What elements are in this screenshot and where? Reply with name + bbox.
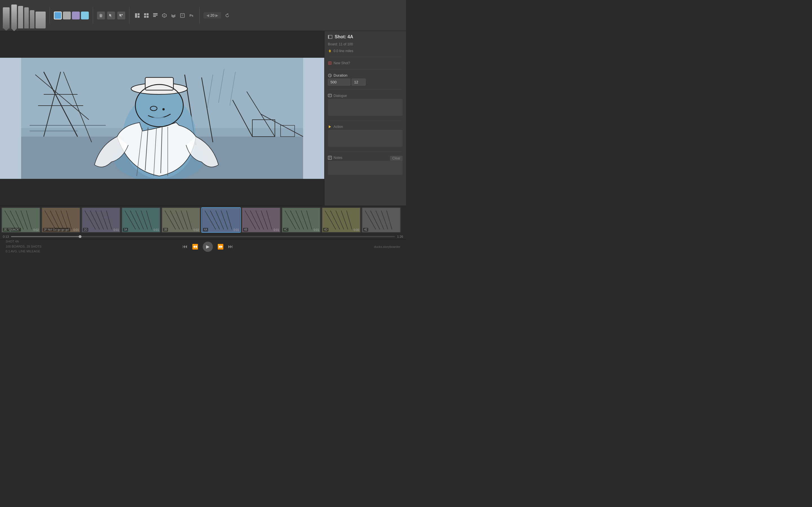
storyboard-drawing	[0, 58, 324, 179]
view-panels-button[interactable]	[133, 11, 141, 19]
frame-label: 4A	[203, 228, 208, 231]
color-swatch-lightblue[interactable]	[81, 11, 89, 19]
duration-inputs	[328, 78, 403, 86]
film-frame-4D[interactable]: 4D0:00	[321, 207, 361, 233]
playback-controls: SHOT 4A 100 BOARDS, 29 SHOTS 0.1 AVG. LI…	[0, 239, 406, 253]
tool-marker[interactable]	[36, 11, 46, 29]
duration-input-frames[interactable]	[352, 78, 366, 86]
zoom-decrease[interactable]: ◀	[206, 13, 209, 17]
svg-rect-10	[153, 16, 156, 17]
duration-label: Duration	[328, 73, 403, 77]
dialogue-textarea[interactable]	[328, 99, 403, 116]
frame-time: 0:01	[314, 228, 319, 231]
frame-label: 4C	[283, 228, 289, 231]
frame-time: 0:00	[354, 228, 359, 231]
tool-pen1[interactable]	[3, 7, 10, 29]
storyboard-canvas[interactable]	[0, 58, 324, 179]
current-time: 0:13	[3, 235, 9, 238]
shot-title: Shot: 4A	[328, 34, 403, 40]
diamond-icon	[328, 49, 332, 53]
zoom-display: ◀ 20 ▶	[204, 12, 221, 18]
svg-rect-35	[145, 77, 173, 90]
clear-notes-button[interactable]: Clear	[390, 156, 403, 161]
fast-forward-button[interactable]: ⏩	[217, 244, 223, 250]
playback-buttons: ⏮ ⏪ ▶ ⏩ ⏭	[183, 242, 233, 252]
color-swatch-gray[interactable]	[63, 11, 71, 19]
zoom-value: 20	[210, 13, 214, 17]
view-grid-button[interactable]	[142, 11, 150, 19]
zoom-increase[interactable]: ▶	[215, 13, 218, 17]
film-frame-2G[interactable]: 2G0:01	[81, 207, 121, 233]
frame-label: 2F No! Go go go go!	[43, 228, 70, 231]
action-textarea[interactable]	[328, 130, 403, 147]
new-shot-button[interactable]: New Shot?	[328, 61, 403, 65]
action-label: Action	[328, 125, 403, 129]
frame-time: 0:02	[194, 228, 199, 231]
frame-time: 0:01	[234, 228, 239, 231]
svg-rect-2	[138, 13, 140, 15]
view-ps-button[interactable]: Ps	[188, 11, 195, 19]
play-button[interactable]: ▶	[203, 242, 213, 252]
timeline-thumb[interactable]	[79, 235, 82, 238]
skip-to-end-button[interactable]: ⏭	[228, 244, 233, 249]
frame-label: 4E	[363, 228, 368, 231]
notes-section: Notes Clear	[328, 156, 403, 176]
frame-time: 0:01	[114, 228, 119, 231]
divider-3	[328, 90, 403, 90]
tool-pencil2[interactable]	[30, 10, 35, 29]
canvas-area[interactable]	[0, 31, 324, 206]
shot-title-text: Shot: 4A	[335, 34, 353, 40]
duration-section: Duration	[328, 73, 403, 86]
rewind-button[interactable]: ⏪	[192, 244, 198, 250]
film-frame-4A[interactable]: 4A0:01	[201, 207, 241, 233]
svg-rect-3	[138, 16, 140, 18]
right-panel: Shot: 4A Board: 11 of 100 0.0 line miles…	[324, 31, 406, 206]
select-tool-button[interactable]	[107, 11, 115, 19]
skip-to-start-button[interactable]: ⏮	[183, 244, 188, 249]
top-toolbar: 🗑 Ps ◀ 20 ▶	[0, 0, 406, 31]
film-frame-2F[interactable]: 2F No! Go go go go!0:01	[41, 207, 81, 233]
notes-textarea[interactable]	[328, 161, 403, 175]
svg-marker-58	[329, 125, 331, 128]
delete-button[interactable]: 🗑	[97, 11, 105, 19]
toolbar-divider-2	[93, 7, 93, 24]
svg-rect-9	[153, 15, 158, 15]
toolbar-divider-1	[50, 7, 50, 24]
view-script-button[interactable]	[151, 11, 159, 19]
frame-label: 3A	[123, 228, 128, 231]
film-frame-3B[interactable]: 3B0:02	[161, 207, 201, 233]
svg-point-37	[162, 108, 165, 110]
tool-group-pens	[3, 0, 46, 31]
view-export-button[interactable]	[179, 11, 186, 19]
film-frame-2E[interactable]: 2E "QUACK"0:02	[1, 207, 41, 233]
tool-pen3[interactable]	[18, 6, 23, 29]
status-text: SHOT 4A 100 BOARDS, 29 SHOTS 0.1 AVG. LI…	[6, 239, 42, 253]
svg-rect-8	[153, 13, 158, 14]
duration-input-ms[interactable]	[328, 78, 350, 86]
view-3d-button[interactable]	[160, 11, 168, 19]
toolbar-divider-4	[199, 7, 200, 24]
svg-rect-6	[144, 16, 146, 18]
frame-label: 3B	[163, 228, 168, 231]
film-frame-4C[interactable]: 4C0:01	[282, 207, 321, 233]
timeline-bar[interactable]	[11, 236, 395, 237]
tool-pencil1[interactable]	[24, 7, 29, 29]
refresh-button[interactable]	[223, 11, 231, 19]
transform-tool-button[interactable]	[117, 11, 125, 19]
svg-rect-55	[328, 94, 332, 97]
color-swatch-purple[interactable]	[72, 11, 80, 19]
film-frame-4E[interactable]: 4E	[361, 207, 401, 233]
action-section: Action	[328, 125, 403, 148]
film-frame-3A[interactable]: 3A0:01	[121, 207, 161, 233]
view-layers-button[interactable]	[169, 11, 177, 19]
svg-line-54	[330, 75, 331, 76]
frame-time: 0:02	[34, 228, 39, 231]
frame-label: 4D	[323, 228, 328, 231]
color-swatch-blue[interactable]	[54, 11, 62, 19]
frame-time: 0:01	[274, 228, 279, 231]
tool-pen2[interactable]	[11, 4, 17, 29]
film-frame-4B[interactable]: 4B0:01	[241, 207, 281, 233]
clock-icon	[328, 73, 332, 77]
notes-label: Notes	[328, 156, 342, 160]
frame-label: 4B	[243, 228, 248, 231]
